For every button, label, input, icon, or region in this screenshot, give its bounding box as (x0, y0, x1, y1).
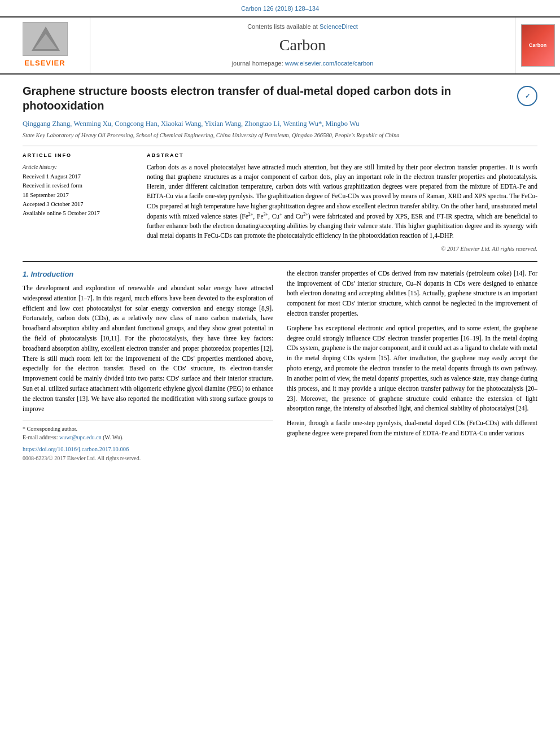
elsevier-label: ELSEVIER (24, 58, 65, 69)
online-row: Available online 5 October 2017 (23, 209, 135, 218)
article-info-block: Article history: Received 1 August 2017 … (23, 163, 135, 219)
sciencedirect-anchor[interactable]: ScienceDirect (320, 23, 358, 30)
abstract-column: ABSTRACT Carbon dots as a novel photocat… (147, 152, 537, 253)
journal-cover-area: Carbon (515, 18, 560, 73)
body-columns: 1. Introduction The development and expl… (23, 269, 537, 462)
article-body: Graphene structure boosts electron trans… (0, 75, 560, 472)
sciencedirect-link[interactable]: Contents lists available at ScienceDirec… (247, 23, 358, 32)
received-row: Received 1 August 2017 (23, 172, 135, 181)
elsevier-tree-icon (23, 22, 68, 56)
authors: Qinggang Zhang, Wenming Xu, Congcong Han… (23, 119, 537, 129)
homepage-url[interactable]: www.elsevier.com/locate/carbon (285, 60, 374, 67)
paper-title-area: Graphene structure boosts electron trans… (23, 84, 537, 113)
sciencedirect-prefix: Contents lists available at (247, 23, 318, 30)
accepted-row: Accepted 3 October 2017 (23, 200, 135, 209)
right-para-3: Herein, through a facile one-step pyroly… (287, 418, 537, 439)
right-para-1: the electron transfer properties of CDs … (287, 269, 537, 319)
intro-para-1: The development and exploration of renew… (23, 283, 273, 414)
section-title-text: Introduction (30, 270, 73, 278)
revised-label: Received in revised form (23, 181, 135, 190)
paper-title: Graphene structure boosts electron trans… (23, 84, 517, 113)
homepage-link[interactable]: journal homepage: www.elsevier.com/locat… (232, 59, 374, 68)
article-info-heading: ARTICLE INFO (23, 152, 135, 159)
publisher-logo-area: ELSEVIER (0, 18, 90, 73)
corresponding-author: * Corresponding author. (23, 425, 273, 433)
body-col-left: 1. Introduction The development and expl… (23, 269, 273, 462)
elsevier-logo: ELSEVIER (23, 22, 68, 69)
crossmark-icon: ✓ (517, 86, 537, 106)
journal-ref: Carbon 126 (2018) 128–134 (241, 5, 319, 12)
divider-1 (23, 146, 537, 146)
copyright-notice: © 2017 Elsevier Ltd. All rights reserved… (147, 244, 537, 253)
journal-cover-label: Carbon (529, 42, 547, 49)
corresponding-label: * Corresponding author. (23, 426, 77, 432)
section-number: 1. (23, 270, 30, 278)
crossmark-badge: ✓ (517, 86, 537, 106)
email-person: (W. Wu). (103, 434, 124, 440)
footnote-area: * Corresponding author. E-mail address: … (23, 421, 273, 462)
top-bar: Carbon 126 (2018) 128–134 (0, 0, 560, 18)
body-col-right: the electron transfer properties of CDs … (287, 269, 537, 462)
article-info-column: ARTICLE INFO Article history: Received 1… (23, 152, 135, 253)
email-label: E-mail address: (23, 434, 58, 440)
email-link[interactable]: wuwt@upc.edu.cn (59, 434, 102, 440)
homepage-label: journal homepage: (232, 60, 283, 67)
journal-cover-image: Carbon (521, 24, 555, 67)
doi-link[interactable]: https://doi.org/10.1016/j.carbon.2017.10… (23, 446, 129, 452)
affiliation: State Key Laboratory of Heavy Oil Proces… (23, 131, 537, 139)
info-abstract-section: ARTICLE INFO Article history: Received 1… (23, 152, 537, 253)
revised-date: 18 September 2017 (23, 191, 135, 200)
masthead-center: Contents lists available at ScienceDirec… (90, 18, 515, 73)
main-divider (23, 261, 537, 262)
email-line: E-mail address: wuwt@upc.edu.cn (W. Wu). (23, 433, 273, 442)
history-label: Article history: (23, 163, 135, 172)
abstract-text: Carbon dots as a novel photocatalyst hav… (147, 163, 537, 241)
right-para-2: Graphene has exceptional electronic and … (287, 324, 537, 414)
doi-line: https://doi.org/10.1016/j.carbon.2017.10… (23, 445, 273, 454)
journal-title: Carbon (279, 34, 326, 57)
introduction-heading: 1. Introduction (23, 269, 273, 280)
author-names: Qinggang Zhang, Wenming Xu, Congcong Han… (23, 120, 360, 128)
issn-line: 0008-6223/© 2017 Elsevier Ltd. All right… (23, 454, 273, 462)
masthead: ELSEVIER Contents lists available at Sci… (0, 18, 560, 75)
abstract-heading: ABSTRACT (147, 152, 537, 159)
